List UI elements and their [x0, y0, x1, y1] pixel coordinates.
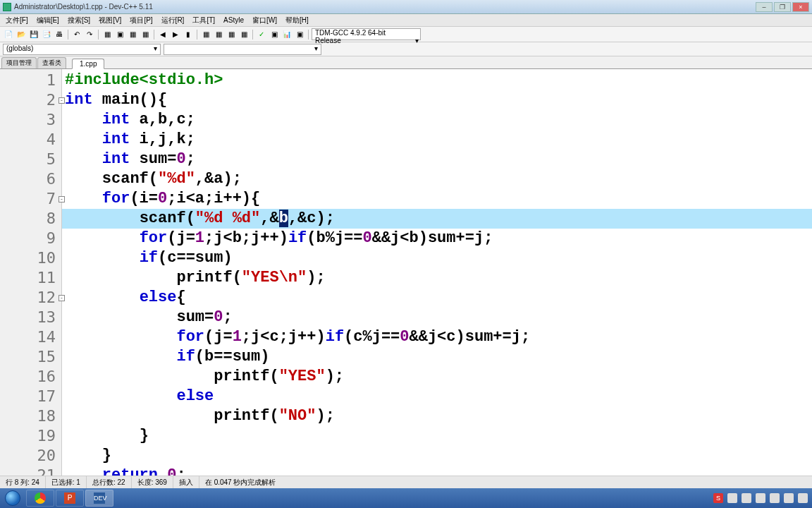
tray-icon[interactable] — [742, 493, 751, 503]
debug-icon[interactable]: ▣ — [269, 29, 280, 40]
code-line-1[interactable]: #include<stdio.h> — [62, 71, 812, 90]
maximize-button[interactable]: ❐ — [774, 2, 791, 12]
taskbar-chrome[interactable] — [26, 490, 54, 507]
code-line-3[interactable]: int a,b,c; — [62, 110, 812, 130]
tray-icon[interactable] — [770, 493, 780, 503]
undo-icon[interactable]: ↶ — [71, 29, 82, 40]
code-line-7[interactable]: for(i=0;i<a;i++){ — [62, 189, 812, 209]
minimize-button[interactable]: – — [756, 2, 773, 12]
code-line-12[interactable]: else{ — [62, 288, 812, 308]
tray-icon[interactable] — [784, 493, 794, 503]
bookmark-icon[interactable]: ▮ — [183, 29, 194, 40]
separator — [252, 30, 253, 40]
menu-project[interactable]: 项目[P] — [125, 16, 156, 25]
code-line-19[interactable]: } — [62, 426, 812, 446]
tray-icon[interactable] — [798, 493, 808, 503]
grid1-icon[interactable]: ▦ — [200, 29, 211, 40]
chrome-icon — [35, 492, 46, 504]
tab-classes[interactable]: 查看类 — [37, 57, 66, 68]
member-select[interactable]: ▾ — [164, 44, 321, 55]
code-line-18[interactable]: printf("NO"); — [62, 406, 812, 426]
status-total-lines: 总行数: 22 — [87, 476, 132, 488]
code-line-16[interactable]: printf("YES"); — [62, 367, 812, 387]
saveall-icon[interactable]: 📑 — [41, 29, 52, 40]
menu-edit[interactable]: 编辑[E] — [32, 16, 63, 25]
powerpoint-icon: P — [64, 492, 75, 504]
status-bar: 行 8 列: 24 已选择: 1 总行数: 22 长度: 369 插入 在 0.… — [0, 476, 812, 488]
profile-icon[interactable]: ▣ — [294, 29, 305, 40]
ime-icon[interactable]: S — [713, 493, 723, 503]
taskbar-devcpp[interactable]: DEV — [85, 490, 113, 507]
close-button[interactable]: × — [792, 2, 809, 12]
back-icon[interactable]: ◀ — [157, 29, 168, 40]
compile-run-icon[interactable]: ▦ — [127, 29, 138, 40]
menu-window[interactable]: 窗口[W] — [248, 16, 281, 25]
line-number: 16 — [0, 367, 61, 387]
scope-select[interactable]: (globals)▾ — [3, 44, 161, 55]
tabs-area: 项目管理 查看类 1.cpp — [0, 56, 812, 69]
code-line-8-highlighted[interactable]: scanf("%d %d",&b,&c); — [62, 209, 812, 229]
line-number: 7- — [0, 189, 61, 209]
new-icon[interactable]: 📄 — [3, 29, 14, 40]
line-number: 9 — [0, 229, 61, 248]
rebuild-icon[interactable]: ▦ — [140, 29, 151, 40]
tray-icon[interactable] — [727, 493, 737, 503]
line-number: 15 — [0, 347, 61, 367]
compiler-select[interactable]: TDM-GCC 4.9.2 64-bit Release▾ — [312, 28, 421, 40]
start-button[interactable] — [0, 488, 25, 508]
file-tab-1cpp[interactable]: 1.cpp — [72, 59, 104, 69]
grid2-icon[interactable]: ▦ — [213, 29, 224, 40]
status-selection: 已选择: 1 — [46, 476, 87, 488]
taskbar-powerpoint[interactable]: P — [56, 490, 84, 507]
menu-search[interactable]: 搜索[S] — [63, 16, 94, 25]
menu-run[interactable]: 运行[R] — [157, 16, 189, 25]
status-parse-time: 在 0.047 秒内完成解析 — [199, 476, 812, 488]
compile-icon[interactable]: ▦ — [102, 29, 113, 40]
menu-tools[interactable]: 工具[T] — [188, 16, 219, 25]
line-number: 6 — [0, 169, 61, 189]
status-length: 长度: 369 — [132, 476, 173, 488]
code-line-15[interactable]: if(b==sum) — [62, 347, 812, 367]
tray-icon[interactable] — [756, 493, 765, 503]
code-line-9[interactable]: for(j=1;j<b;j++)if(b%j==0&&j<b)sum+=j; — [62, 229, 812, 248]
print-icon[interactable]: 🖶 — [54, 29, 65, 40]
grid4-icon[interactable]: ▦ — [238, 29, 250, 40]
code-line-14[interactable]: for(j=1;j<c;j++)if(c%j==0&&j<c)sum+=j; — [62, 327, 812, 347]
code-content[interactable]: #include<stdio.h> int main(){ int a,b,c;… — [62, 69, 812, 494]
code-line-20[interactable]: } — [62, 446, 812, 466]
code-line-6[interactable]: scanf("%d",&a); — [62, 169, 812, 189]
code-line-13[interactable]: sum=0; — [62, 308, 812, 327]
menu-astyle[interactable]: AStyle — [219, 16, 248, 24]
line-number: 4 — [0, 130, 61, 150]
code-line-17[interactable]: else — [62, 387, 812, 406]
line-number: 10 — [0, 248, 61, 268]
menu-help[interactable]: 帮助[H] — [281, 16, 313, 25]
line-number: 20 — [0, 446, 61, 466]
windows-orb-icon — [5, 490, 20, 506]
window-titlebar: Administrator\Desktop\1.cpp - Dev-C++ 5.… — [0, 0, 812, 14]
line-number: 18 — [0, 406, 61, 426]
check-icon[interactable]: ✓ — [256, 29, 267, 40]
code-line-5[interactable]: int sum=0; — [62, 150, 812, 169]
run-icon[interactable]: ▣ — [114, 29, 125, 40]
code-line-10[interactable]: if(c==sum) — [62, 248, 812, 268]
line-number: 19 — [0, 426, 61, 446]
status-insert-mode: 插入 — [173, 476, 199, 488]
forward-icon[interactable]: ▶ — [170, 29, 181, 40]
save-icon[interactable]: 💾 — [28, 29, 39, 40]
menu-view[interactable]: 视图[V] — [94, 16, 125, 25]
code-line-4[interactable]: int i,j,k; — [62, 130, 812, 150]
line-number: 12- — [0, 288, 61, 308]
grid3-icon[interactable]: ▦ — [226, 29, 237, 40]
open-icon[interactable]: 📂 — [16, 29, 27, 40]
redo-icon[interactable]: ↷ — [84, 29, 95, 40]
windows-taskbar: P DEV S — [0, 488, 812, 508]
tab-project[interactable]: 项目管理 — [1, 57, 37, 68]
main-toolbar: 📄 📂 💾 📑 🖶 ↶ ↷ ▦ ▣ ▦ ▦ ◀ ▶ ▮ ▦ ▦ ▦ ▦ ✓ ▣ … — [0, 27, 812, 42]
code-line-11[interactable]: printf("YES\n"); — [62, 268, 812, 288]
stats-icon[interactable]: 📊 — [281, 29, 293, 40]
separator — [197, 30, 197, 40]
menu-file[interactable]: 文件[F] — [1, 16, 32, 25]
code-editor[interactable]: 1 2- 3 4 5 6 7- 8 9 10 11 12- 13 14 15 1… — [0, 69, 812, 494]
code-line-2[interactable]: int main(){ — [62, 90, 812, 110]
